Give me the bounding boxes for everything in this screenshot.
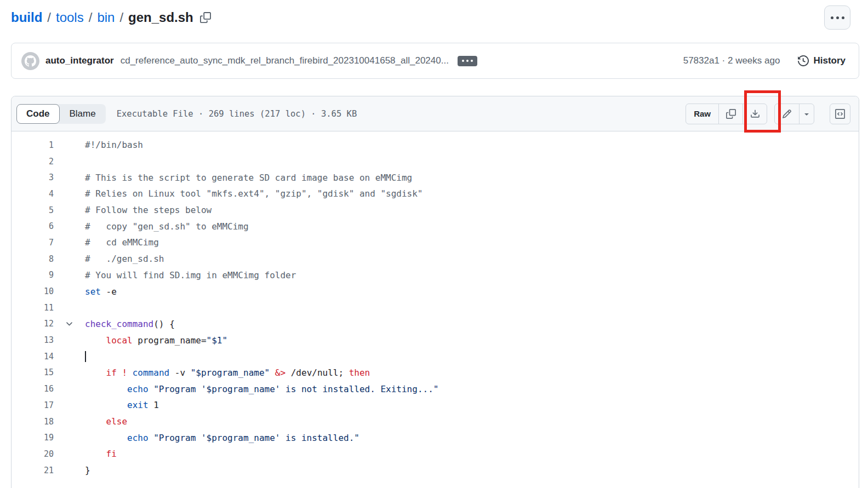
copy-path-icon[interactable] — [200, 12, 211, 23]
code-line: 10set -e — [12, 283, 859, 300]
line-number[interactable]: 7 — [12, 238, 54, 248]
line-number[interactable]: 1 — [12, 140, 54, 150]
code-line: 19 echo "Program '$program_name' is inst… — [12, 429, 859, 446]
tab-blame[interactable]: Blame — [60, 104, 106, 124]
code-square-icon — [835, 109, 845, 119]
copy-icon — [726, 109, 736, 119]
code-line: 20 fi — [12, 446, 859, 462]
line-number[interactable]: 6 — [12, 221, 54, 231]
download-icon — [750, 109, 760, 119]
line-number[interactable]: 21 — [12, 466, 54, 475]
code-line: 2 — [12, 153, 859, 170]
code-line: 5# Follow the steps below — [12, 202, 859, 219]
code-text: # You will find SD.img in eMMCimg folder — [85, 270, 296, 280]
breadcrumb-link-tools[interactable]: tools — [56, 10, 84, 25]
download-raw-file-button[interactable] — [743, 104, 767, 124]
line-number[interactable]: 14 — [12, 352, 54, 361]
symbols-panel-button[interactable] — [830, 104, 850, 124]
code-line: 12check_command() { — [12, 316, 859, 332]
line-number[interactable]: 3 — [12, 173, 54, 182]
line-number[interactable]: 4 — [12, 189, 54, 199]
code-text: # cd eMMCimg — [85, 237, 159, 248]
chevron-down-icon — [65, 319, 74, 329]
code-text: check_command() { — [85, 319, 175, 329]
history-button[interactable]: History — [798, 55, 846, 66]
code-line: 15 if ! command -v "$program_name" &> /d… — [12, 365, 859, 381]
breadcrumb-current-file: gen_sd.sh — [128, 10, 193, 25]
copy-raw-content-button[interactable] — [718, 104, 743, 124]
kebab-horizontal-icon — [831, 16, 833, 19]
commit-sha-and-time[interactable]: 57832a1 · 2 weeks ago — [683, 55, 780, 66]
code-line: 7# cd eMMCimg — [12, 234, 859, 251]
line-number[interactable]: 12 — [12, 319, 54, 329]
edit-button-group — [774, 104, 814, 124]
code-text: fi — [85, 449, 117, 459]
raw-copy-download-group: Raw — [686, 104, 767, 124]
raw-button[interactable]: Raw — [686, 104, 718, 124]
code-text: echo "Program '$program_name' is not ins… — [85, 384, 438, 394]
history-clock-icon — [798, 55, 809, 66]
line-number[interactable]: 9 — [12, 270, 54, 280]
line-number[interactable]: 16 — [12, 384, 54, 394]
line-number[interactable]: 17 — [12, 400, 54, 410]
edit-dropdown-button[interactable] — [799, 104, 814, 124]
line-number[interactable]: 13 — [12, 335, 54, 345]
code-text: # Follow the steps below — [85, 205, 212, 215]
commit-message[interactable]: cd_reference_auto_sync_mdk_rel_branch_fi… — [121, 55, 449, 66]
line-number[interactable]: 5 — [12, 205, 54, 215]
fold-toggle[interactable] — [54, 319, 85, 329]
kebab-horizontal-icon — [462, 60, 464, 62]
line-number[interactable]: 15 — [12, 368, 54, 377]
text-cursor — [85, 351, 86, 362]
line-number[interactable]: 18 — [12, 417, 54, 427]
code-line: 11 — [12, 300, 859, 316]
code-line: 14 — [12, 348, 859, 365]
code-line: 13 local program_name="$1" — [12, 332, 859, 348]
code-line: 4# Relies on Linux tool "mkfs.ext4", "gz… — [12, 186, 859, 202]
line-number[interactable]: 11 — [12, 303, 54, 313]
triangle-down-icon — [802, 110, 811, 118]
breadcrumb-separator: / — [47, 10, 51, 25]
code-text: set -e — [85, 286, 117, 297]
code-line: 3# This is the script to generate SD car… — [12, 169, 859, 186]
breadcrumb-link-build[interactable]: build — [11, 10, 42, 25]
code-text: # This is the script to generate SD card… — [85, 173, 412, 183]
line-number[interactable]: 10 — [12, 286, 54, 296]
line-number[interactable]: 20 — [12, 449, 54, 459]
file-view-container: Code Blame Executable File · 269 lines (… — [11, 96, 859, 488]
code-text: if ! command -v "$program_name" &> /dev/… — [85, 368, 370, 378]
code-line: 9# You will find SD.img in eMMCimg folde… — [12, 267, 859, 284]
code-text: # Relies on Linux tool "mkfs.ext4", "gzi… — [85, 188, 423, 199]
line-number[interactable]: 19 — [12, 433, 54, 443]
commit-author[interactable]: auto_integrator — [45, 55, 114, 66]
edit-file-button[interactable] — [775, 104, 799, 124]
code-line: 17 exit 1 — [12, 397, 859, 414]
github-file-page: build / tools / bin / gen_sd.sh auto_int… — [0, 0, 868, 488]
latest-commit-bar: auto_integrator cd_reference_auto_sync_m… — [11, 43, 859, 79]
tab-code[interactable]: Code — [16, 104, 60, 124]
code-text: # ./gen_sd.sh — [85, 254, 164, 264]
line-number[interactable]: 2 — [12, 157, 54, 167]
page-options-kebab-button[interactable] — [824, 5, 850, 30]
file-metadata: Executable File · 269 lines (217 loc) · … — [117, 109, 357, 119]
breadcrumb-separator: / — [119, 10, 123, 25]
code-line: 1#!/bin/bash — [12, 137, 859, 153]
code-text: echo "Program '$program_name' is install… — [85, 433, 359, 443]
code-text — [85, 351, 86, 363]
breadcrumb-link-bin[interactable]: bin — [97, 10, 115, 25]
code-text: } — [85, 465, 90, 475]
code-line: 8# ./gen_sd.sh — [12, 251, 859, 267]
line-number[interactable]: 8 — [12, 254, 54, 264]
code-blame-toggle: Code Blame — [16, 104, 106, 124]
code-line: 21} — [12, 462, 859, 479]
code-line: 18 else — [12, 414, 859, 430]
avatar[interactable] — [21, 52, 39, 70]
history-label: History — [813, 55, 846, 66]
code-line: 16 echo "Program '$program_name' is not … — [12, 381, 859, 397]
code-text: exit 1 — [85, 400, 159, 410]
code-text: #!/bin/bash — [85, 140, 143, 150]
pencil-icon — [782, 109, 792, 119]
breadcrumb: build / tools / bin / gen_sd.sh — [11, 0, 859, 26]
commit-message-expand-button[interactable] — [458, 56, 477, 66]
code-text: else — [85, 416, 127, 427]
